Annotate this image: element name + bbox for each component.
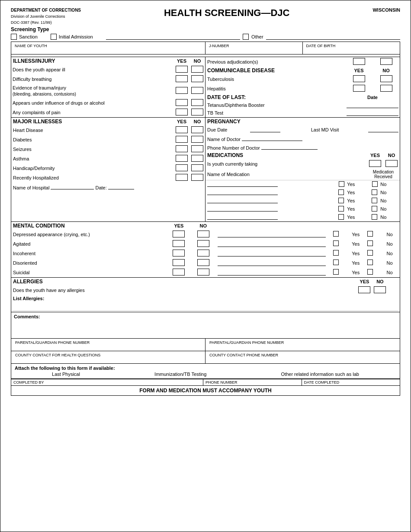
asthma-yes[interactable] <box>176 155 188 162</box>
med-no-chk-1[interactable] <box>372 189 377 195</box>
sanction-label: Sanction <box>19 34 38 39</box>
suicidal-yes[interactable] <box>173 269 185 276</box>
mental-chk-no-2[interactable] <box>367 250 373 256</box>
illness-no-1[interactable] <box>191 75 203 82</box>
disoriented-no[interactable] <box>197 259 209 266</box>
tb-test-date-field[interactable] <box>347 110 398 116</box>
illness-no-4[interactable] <box>191 109 203 115</box>
seizures-no[interactable] <box>191 145 203 152</box>
doctor-name-label: Name of Doctor <box>207 137 241 142</box>
illness-yes-0[interactable] <box>176 66 188 73</box>
doctor-name-field[interactable] <box>242 135 302 141</box>
heart-yes[interactable] <box>176 126 188 133</box>
disoriented-yes[interactable] <box>173 259 185 266</box>
mental-note-0[interactable] <box>218 231 326 237</box>
med-rcvd-chk-3[interactable] <box>338 206 344 212</box>
illness-no-3[interactable] <box>191 99 203 106</box>
diabetes-yes[interactable] <box>176 136 188 143</box>
mental-note-1[interactable] <box>218 241 326 247</box>
mental-note-4[interactable] <box>218 269 326 276</box>
mental-chk-yes-1[interactable] <box>333 240 339 246</box>
med-rcvd-chk-0[interactable] <box>339 181 344 187</box>
allergy-no[interactable] <box>374 286 386 293</box>
heart-no[interactable] <box>191 126 203 133</box>
illness-no-header: NO <box>189 57 205 65</box>
med-rcvd-chk-2[interactable] <box>338 198 344 203</box>
illness-yes-2[interactable] <box>176 87 188 94</box>
tb-yes[interactable] <box>353 75 365 82</box>
doctor-phone-field[interactable] <box>261 144 318 150</box>
last-md-field[interactable] <box>368 126 398 132</box>
med-row: Yes No <box>206 180 400 189</box>
sanction-checkbox[interactable] <box>11 34 17 40</box>
seizures-yes[interactable] <box>176 145 188 152</box>
agitated-yes[interactable] <box>173 240 185 247</box>
diabetes-no[interactable] <box>191 136 203 143</box>
comm-disease-header: COMMUNICABLE DISEASE <box>206 67 345 74</box>
agitated-label: Agitated <box>11 239 167 249</box>
med-name-0[interactable] <box>207 181 278 187</box>
illness-no-0[interactable] <box>191 66 203 73</box>
med-no-chk-2[interactable] <box>372 198 377 203</box>
mental-chk-yes-4[interactable] <box>333 269 339 275</box>
tetanus-date-field[interactable] <box>347 102 398 108</box>
mental-yes-label-1: Yes <box>346 239 366 249</box>
mental-chk-yes-2[interactable] <box>333 250 339 256</box>
agitated-no[interactable] <box>197 240 209 247</box>
mental-chk-no-0[interactable] <box>367 231 373 237</box>
med-name-3[interactable] <box>207 205 278 212</box>
asthma-no[interactable] <box>191 155 203 162</box>
med-name-4[interactable] <box>207 214 278 220</box>
handicap-no[interactable] <box>191 164 203 171</box>
table-row: Disoriented Yes No <box>11 258 400 268</box>
med-no-chk-0[interactable] <box>372 181 378 187</box>
med-no-chk-3[interactable] <box>372 206 377 212</box>
taking-no[interactable] <box>385 160 398 167</box>
mental-note-3[interactable] <box>218 260 326 266</box>
med-no-chk-4[interactable] <box>372 214 377 220</box>
depressed-no[interactable] <box>197 231 209 237</box>
med-name-2[interactable] <box>207 197 278 203</box>
illness-yes-1[interactable] <box>176 75 188 82</box>
handicap-yes[interactable] <box>176 164 188 171</box>
mental-chk-no-3[interactable] <box>367 260 373 265</box>
hospital-date-field[interactable] <box>108 183 134 189</box>
prev-adj-yes[interactable] <box>353 58 365 65</box>
illness-no-2[interactable] <box>191 87 203 94</box>
table-row: Appears under influence of drugs or alco… <box>11 98 205 108</box>
other-checkbox[interactable] <box>243 34 249 40</box>
illness-yes-3[interactable] <box>176 99 188 106</box>
mental-chk-no-1[interactable] <box>367 240 373 246</box>
county-contact-label: COUNTY CONTACT FOR HEALTH QUESTIONS <box>13 353 102 358</box>
due-date-field[interactable] <box>250 126 280 132</box>
initial-admission-field[interactable] <box>106 34 240 40</box>
illness-yes-4[interactable] <box>176 109 188 115</box>
incoherent-no[interactable] <box>197 250 209 256</box>
taking-yes[interactable] <box>369 160 381 167</box>
mental-chk-yes-3[interactable] <box>333 260 339 265</box>
suicidal-no[interactable] <box>197 269 209 276</box>
med-rcvd-chk-4[interactable] <box>338 214 344 220</box>
tb-no[interactable] <box>380 75 392 82</box>
comments-field[interactable] <box>14 319 397 337</box>
dob-label: DATE OF BIRTH <box>305 43 337 48</box>
med-rcvd-chk-1[interactable] <box>338 189 344 195</box>
hospital-name-field[interactable] <box>51 183 94 189</box>
hep-no[interactable] <box>380 85 392 92</box>
hosp-no[interactable] <box>191 174 203 181</box>
mental-chk-no-4[interactable] <box>367 269 373 275</box>
mental-no-label-3: No <box>379 258 400 268</box>
hosp-yes[interactable] <box>176 174 188 181</box>
depressed-yes[interactable] <box>173 231 185 237</box>
other-field[interactable] <box>266 34 400 40</box>
hep-yes[interactable] <box>353 85 365 92</box>
med-name-1[interactable] <box>207 189 278 195</box>
allergy-yes[interactable] <box>358 286 370 293</box>
mental-chk-yes-0[interactable] <box>333 231 339 237</box>
phone-number-label: PHONE NUMBER <box>203 379 302 385</box>
initial-admission-checkbox[interactable] <box>51 34 57 40</box>
county-phone-label: COUNTY CONTACT PHONE NUMBER <box>208 353 280 358</box>
prev-adj-no[interactable] <box>380 58 392 65</box>
incoherent-yes[interactable] <box>173 250 185 256</box>
mental-note-2[interactable] <box>218 250 326 256</box>
